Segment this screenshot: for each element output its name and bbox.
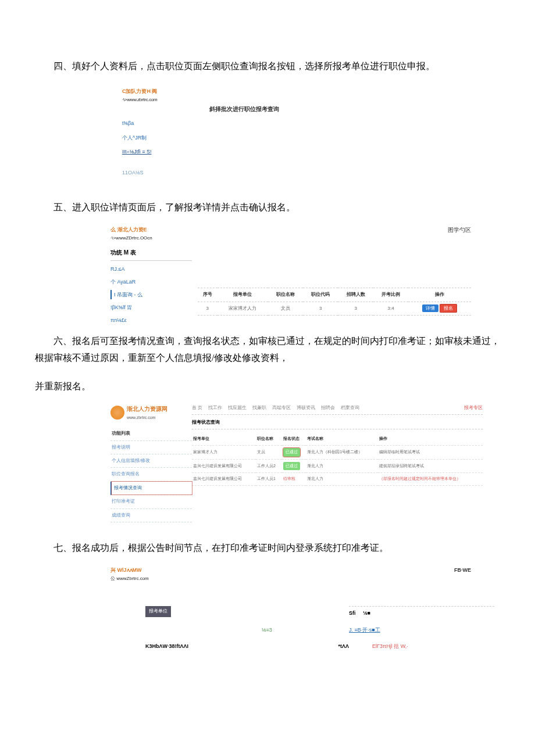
fig6-logo-l2: www.zbrtrc.com: [127, 414, 167, 422]
tab-5[interactable]: 博硕资讯: [297, 404, 315, 412]
fig6-th-2: 报名状态: [282, 433, 306, 445]
fig6-r0c2: 已通过: [282, 445, 306, 459]
fig6-r0c4: 编辑部临时用笔试考试: [378, 445, 483, 459]
fig7-green: ⅛≡3: [262, 627, 272, 633]
fig5-td-5: 3:4: [373, 302, 408, 315]
fig5-menu-item5[interactable]: πn⅛£ε: [110, 316, 192, 325]
fig6-menu-item3[interactable]: 职位查询报名: [110, 468, 192, 481]
tab-1[interactable]: 找工作: [208, 404, 222, 412]
detail-button[interactable]: 详情: [422, 304, 438, 312]
fig7-cell-red: ElΓ3πHjl 括 W,·: [349, 642, 494, 651]
status-pending: 待审核: [283, 475, 295, 483]
fig4-menu-item4[interactable]: 11OA⅛S: [122, 168, 209, 177]
print-link[interactable]: J. ≡B∙开∙s■工: [349, 627, 380, 633]
fig5-td-4: 3: [338, 302, 373, 315]
fig7-cell-bold: K3HbΛW·38!ftΛΛI: [145, 642, 262, 651]
fig4-menu-item1[interactable]: t⅝βa: [122, 119, 209, 128]
tab-6[interactable]: 招聘会: [321, 404, 335, 412]
fig5-td-ops: 详情 报名: [408, 302, 471, 315]
apply-button[interactable]: 报名: [440, 304, 457, 313]
fig5-logo-l2: ·\>wwwZDrtrc.OOcn: [110, 234, 192, 242]
fig6-r2c2: 待审核: [282, 473, 306, 486]
figure-4: C加队力资H 阀 ·\>www.zbrtrc.com t⅝βa 个人^JR制 I…: [122, 84, 459, 182]
fig7-cell-label: 报考单位: [145, 606, 262, 618]
fig6-r2c3: 渐北人力: [306, 473, 378, 486]
figure-7: 兴 WlJʌʌMW 公 wwwZbrtrc.com FB∙WE 报考单位 Sfi…: [110, 565, 471, 651]
fig4-main: 斜择批次进行职位报考查询: [209, 84, 459, 182]
fig4-menu-item3[interactable]: IIt=⅛Jtfi ≡ S!: [122, 147, 209, 156]
fig5-menu-item3[interactable]: I 吊面询 - 么: [110, 290, 192, 299]
fig6-logo: 渐北人力资源网 www.zbrtrc.com: [110, 404, 192, 422]
instruction-7: 七、报名成功后，根据公告时间节点，在打印准考证时间内登录系统打印准考证。: [35, 540, 500, 557]
fig7-cell-green: ⅛≡3: [262, 625, 349, 635]
fig5-th-2: 职位名称: [268, 288, 303, 302]
fig5-menu-item2[interactable]: 个 AyaLaR: [110, 277, 192, 286]
fig4-menu-item2[interactable]: 个人^JR制: [122, 133, 209, 142]
fig6-r2c4: （部报名时间超过规定时间不能审理本单位）: [378, 473, 483, 486]
fig6-logo-l1: 渐北人力资源网: [127, 404, 167, 414]
fig5-right-top: 图学勺区: [448, 225, 471, 235]
fig5-td-1: 家家博才人力: [217, 302, 268, 315]
fig5-menu-item1[interactable]: RJ.≤A: [110, 264, 192, 274]
fig5-logo-l1: 么 渐北人力资E: [110, 225, 192, 234]
fig6-r1c1: 工作人员2: [256, 459, 282, 473]
fig6-r0c1: 文员: [256, 445, 282, 459]
fig7-sr: Sfi: [349, 610, 356, 616]
fig7-cell-r: *tΛΛ: [262, 642, 349, 651]
fig5-logo: 么 渐北人力资E ·\>wwwZDrtrc.OOcn: [110, 225, 192, 243]
fig5-table: 序号 报考单位 职位名称 职位代码 招聘人数 开考比例 操作 3 家家博才人力 …: [198, 288, 471, 316]
fig6-th-3: 考试名称: [306, 433, 378, 445]
fig5-th-0: 序号: [198, 288, 217, 302]
instruction-5: 五、进入职位详情页面后，了解报考详情并点击确认报名。: [35, 199, 500, 216]
fig7-cell-empty1: [262, 606, 349, 618]
fig7-logo-l2: 公 wwwZbrtrc.com: [110, 575, 149, 583]
fig6-tabs: 首 页 找工作 找应届生 找兼职 高端专区 博硕资讯 招聘会 档案查询 报考专区: [192, 404, 483, 415]
fig4-menu: t⅝βa 个人^JR制 IIt=⅛Jtfi ≡ S! 11OA⅛S: [122, 119, 209, 177]
fig6-r2c1: 工作人员1: [256, 473, 282, 486]
fig5-td-3: 3: [303, 302, 338, 315]
tab-2[interactable]: 找应届生: [228, 404, 247, 412]
fig5-th-4: 招聘人数: [338, 288, 373, 302]
tab-3[interactable]: 找兼职: [252, 404, 266, 412]
tab-4[interactable]: 高端专区: [272, 404, 291, 412]
tab-7[interactable]: 档案查询: [341, 404, 359, 412]
fig6-menu-item5[interactable]: 打印准考证: [110, 495, 192, 508]
figure-5: 么 渐北人力资E ·\>wwwZDrtrc.OOcn 功统 M 表 RJ.≤A …: [110, 225, 471, 316]
fig6-menu-item2[interactable]: 个人信息填报/修改: [110, 454, 192, 468]
fig6-r1c2: 已通过: [282, 459, 306, 473]
fig6-r1c0: 嘉兴七川建设发展有限公司: [192, 459, 256, 473]
fig6-th-0: 报考单位: [192, 433, 256, 445]
fig5-sidebar-title: 功统 M 表: [110, 248, 192, 261]
fig7-black: ⅛■: [363, 610, 370, 616]
fig4-main-title: 斜择批次进行职位报考查询: [209, 104, 459, 114]
fig5-td-2: 文员: [268, 302, 303, 315]
fig6-menu-item1[interactable]: 报考说明: [110, 441, 192, 454]
fig4-sidebar: C加队力资H 阀 ·\>www.zbrtrc.com t⅝βa 个人^JR制 I…: [122, 84, 209, 182]
fig5-menu-item4[interactable]: !βK⅝lf 胃: [110, 303, 192, 312]
fig6-r1c4: 建筑部招录招聘笔试考试: [378, 459, 483, 473]
figure-6: 渐北人力资源网 www.zbrtrc.com 功能列表 报考说明 个人信息填报/…: [110, 404, 483, 522]
fig7-logo-l1: 兴 WlJʌʌMW: [110, 565, 149, 575]
logo-icon: [110, 406, 124, 420]
fig5-th-1: 报考单位: [217, 288, 268, 302]
fig7-red: ElΓ3πHjl 括 W,·: [372, 643, 408, 649]
fig5-th-3: 职位代码: [303, 288, 338, 302]
fig6-r0c3: 渐北人力（科创园1号楼二楼）: [306, 445, 378, 459]
fig6-r2c0: 嘉兴七川建设发展有限公司: [192, 473, 256, 486]
fig6-menu-item6[interactable]: 成绩查询: [110, 509, 192, 522]
tab-8[interactable]: 报考专区: [464, 404, 483, 412]
fig6-r0c0: 家家博才人力: [192, 445, 256, 459]
fig4-logo-line2: ·\>www.zbrtrc.com: [122, 96, 209, 104]
fig7-cell-link: J. ≡B∙开∙s■工: [349, 625, 494, 635]
fig5-menu: RJ.≤A 个 AyaLaR I 吊面询 - 么 !βK⅝lf 胃 πn⅛£ε: [110, 264, 192, 325]
tab-0[interactable]: 首 页: [192, 404, 202, 412]
fig6-subtitle: 报考状态查询: [192, 418, 483, 429]
fig6-menu-title: 功能列表: [110, 427, 192, 440]
fig6-menu-item4[interactable]: 报考情况查询: [110, 482, 192, 495]
instruction-6b: 并重新报名。: [35, 378, 500, 395]
fig7-cell-empty2: [145, 625, 262, 635]
fig7-logo: 兴 WlJʌʌMW 公 wwwZbrtrc.com: [110, 565, 149, 583]
fig7-right-top: FB∙WE: [454, 565, 471, 583]
fig5-th-6: 操作: [408, 288, 471, 302]
fig6-table: 报考单位 职位名称 报名状态 考试名称 操作 家家博才人力 文员 已通过 渐北人…: [192, 433, 483, 485]
